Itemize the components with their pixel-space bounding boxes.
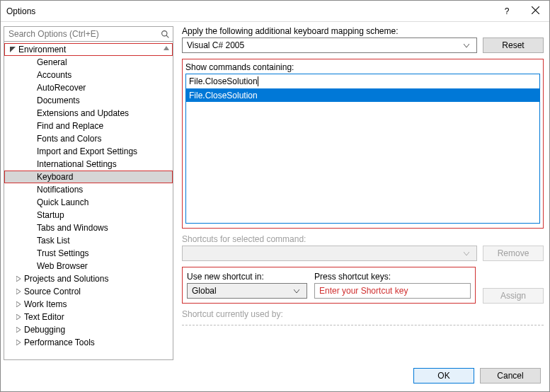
cancel-button[interactable]: Cancel	[480, 368, 541, 384]
chevron-right-icon	[14, 276, 23, 282]
options-tree[interactable]: Environment General Accounts AutoRecover…	[4, 42, 173, 360]
tree-node-projects[interactable]: Projects and Solutions	[4, 272, 173, 285]
chevron-up-icon[interactable]	[161, 43, 171, 53]
chevron-down-icon	[8, 47, 17, 52]
divider	[182, 325, 544, 325]
use-shortcut-in-value: Global	[192, 286, 217, 296]
tree-node-autorecover[interactable]: AutoRecover	[4, 81, 173, 94]
tree-node-general[interactable]: General	[4, 56, 173, 69]
tree-node-source-control[interactable]: Source Control	[4, 285, 173, 298]
chevron-down-icon	[291, 289, 302, 293]
tree-node-debugging[interactable]: Debugging	[4, 323, 173, 336]
ok-button[interactable]: OK	[413, 368, 474, 384]
commands-filter-value: File.CloseSolution	[189, 76, 258, 86]
search-options-input[interactable]	[4, 26, 173, 42]
help-button[interactable]: ?	[493, 1, 521, 22]
tree-node-performance-tools[interactable]: Performance Tools	[4, 336, 173, 349]
tree-node-text-editor[interactable]: Text Editor	[4, 311, 173, 323]
show-commands-label: Show commands containing:	[185, 62, 540, 72]
scheme-select-value: Visual C# 2005	[187, 40, 244, 50]
scheme-select[interactable]: Visual C# 2005	[182, 38, 477, 53]
commands-listbox[interactable]: File.CloseSolution	[185, 89, 540, 224]
chevron-right-icon	[14, 314, 23, 320]
chevron-down-icon	[461, 252, 472, 255]
shortcuts-selected-select	[182, 246, 477, 261]
tree-node-web-browser[interactable]: Web Browser	[4, 260, 173, 272]
tree-node-tabs-windows[interactable]: Tabs and Windows	[4, 221, 173, 234]
press-shortcut-input[interactable]: Enter your Shortcut key	[314, 283, 471, 299]
tree-node-import-export[interactable]: Import and Export Settings	[4, 145, 173, 158]
use-shortcut-in-label: Use new shortcut in:	[187, 272, 307, 282]
help-icon: ?	[505, 6, 510, 16]
tree-node-fonts-colors[interactable]: Fonts and Colors	[4, 132, 173, 145]
reset-button[interactable]: Reset	[483, 38, 544, 53]
commands-filter-input[interactable]: File.CloseSolution	[185, 74, 540, 89]
search-options-text[interactable]	[7, 28, 161, 40]
scheme-label: Apply the following additional keyboard …	[182, 26, 544, 36]
tree-node-international[interactable]: International Settings	[4, 158, 173, 171]
tree-node-accounts[interactable]: Accounts	[4, 69, 173, 81]
tree-node-find-replace[interactable]: Find and Replace	[4, 120, 173, 132]
tree-node-task-list[interactable]: Task List	[4, 234, 173, 247]
press-shortcut-label: Press shortcut keys:	[314, 272, 471, 282]
search-icon	[161, 30, 170, 39]
tree-label: Environment	[18, 43, 66, 56]
tree-node-environment[interactable]: Environment	[4, 43, 173, 56]
shortcut-annotation-box: Use new shortcut in: Global Press shortc…	[182, 267, 476, 304]
chevron-right-icon	[14, 340, 23, 345]
shortcuts-selected-label: Shortcuts for selected command:	[182, 234, 544, 244]
chevron-right-icon	[14, 301, 23, 307]
tree-node-keyboard[interactable]: Keyboard	[4, 171, 173, 183]
press-shortcut-annotation: Enter your Shortcut key	[319, 286, 408, 296]
chevron-down-icon	[461, 44, 472, 47]
tree-node-extensions[interactable]: Extensions and Updates	[4, 107, 173, 120]
tree-node-startup[interactable]: Startup	[4, 209, 173, 221]
close-icon	[532, 6, 539, 16]
tree-node-notifications[interactable]: Notifications	[4, 183, 173, 196]
commands-annotation-box: Show commands containing: File.CloseSolu…	[182, 59, 544, 229]
tree-node-work-items[interactable]: Work Items	[4, 298, 173, 311]
chevron-right-icon	[14, 289, 23, 294]
tree-node-trust-settings[interactable]: Trust Settings	[4, 247, 173, 260]
close-button[interactable]	[521, 1, 549, 22]
tree-node-quick-launch[interactable]: Quick Launch	[4, 196, 173, 209]
commands-list-item[interactable]: File.CloseSolution	[186, 89, 539, 102]
assign-button: Assign	[483, 288, 544, 304]
svg-point-2	[162, 30, 167, 35]
remove-button: Remove	[483, 246, 544, 261]
chevron-right-icon	[14, 327, 23, 333]
currently-used-label: Shortcut currently used by:	[182, 309, 544, 319]
svg-line-3	[166, 35, 168, 38]
tree-node-documents[interactable]: Documents	[4, 94, 173, 107]
text-cursor-icon	[258, 76, 258, 86]
use-shortcut-in-select[interactable]: Global	[187, 283, 307, 299]
window-title: Options	[6, 6, 493, 16]
